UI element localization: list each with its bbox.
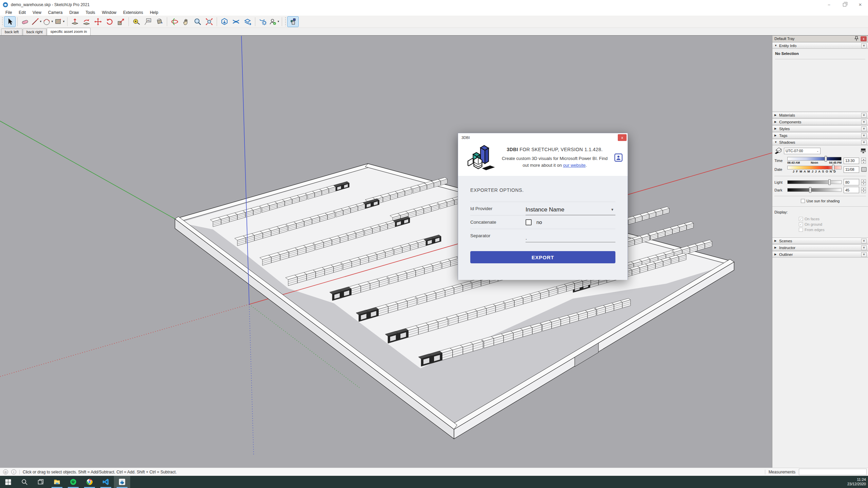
dropdown-arrow-icon[interactable]: ▼ xyxy=(62,20,65,23)
scene-tab-back-right[interactable]: back right xyxy=(23,28,46,35)
collapse-arrow-icon[interactable]: ▼ xyxy=(774,141,779,144)
trimble-publish-tool-icon[interactable] xyxy=(242,17,253,27)
taskbar-file-explorer-icon[interactable] xyxy=(49,476,65,488)
menu-window[interactable]: Window xyxy=(99,9,120,16)
taskbar-task-view-icon[interactable] xyxy=(33,476,49,488)
taskbar-spotify-icon[interactable] xyxy=(65,476,81,488)
expand-arrow-icon[interactable]: ▶ xyxy=(774,127,779,130)
panel-materials[interactable]: ▶Materials✕ xyxy=(772,112,868,118)
trimble-model-tool-icon[interactable] xyxy=(219,17,230,27)
panel-close-icon[interactable]: ✕ xyxy=(861,245,867,250)
panel-styles[interactable]: ▶Styles✕ xyxy=(772,125,868,132)
dark-value-input[interactable]: 45 xyxy=(844,187,859,193)
collapse-arrow-icon[interactable]: ▼ xyxy=(774,44,779,47)
shape-tool-icon[interactable]: ▼ xyxy=(54,17,65,27)
dark-slider[interactable] xyxy=(787,188,842,192)
panel-close-icon[interactable]: ✕ xyxy=(861,133,867,138)
expand-arrow-icon[interactable]: ▶ xyxy=(774,134,779,137)
concatenate-checkbox[interactable] xyxy=(526,219,532,225)
menu-view[interactable]: View xyxy=(29,9,45,16)
calendar-icon[interactable] xyxy=(861,167,867,172)
date-slider[interactable] xyxy=(787,166,842,169)
panel-instructor[interactable]: ▶Instructor✕ xyxy=(772,244,868,251)
arc-tool-icon[interactable]: ▼ xyxy=(43,17,54,27)
id-provider-select[interactable]: Instance Name ▼ xyxy=(526,204,615,215)
model-viewport[interactable] xyxy=(0,35,772,468)
zoom-tool-icon[interactable] xyxy=(192,17,203,27)
info-icon[interactable]: i xyxy=(11,469,16,474)
panel-close-icon[interactable]: ✕ xyxy=(861,113,867,118)
restore-button[interactable] xyxy=(837,0,852,9)
panel-close-icon[interactable]: ✕ xyxy=(861,126,867,131)
menu-edit[interactable]: Edit xyxy=(15,9,29,16)
follow-me-tool-icon[interactable] xyxy=(81,17,92,27)
pin-icon[interactable] xyxy=(854,36,859,41)
account-badge-icon[interactable] xyxy=(614,153,623,162)
shadow-details-icon[interactable] xyxy=(861,148,866,154)
dialog-close-button[interactable]: x xyxy=(618,134,627,141)
taskbar-clock[interactable]: 11:24 23/12/2020 xyxy=(847,476,866,488)
paint-bucket-tool-icon[interactable] xyxy=(154,17,165,27)
menu-file[interactable]: File xyxy=(2,9,15,16)
menu-draw[interactable]: Draw xyxy=(66,9,82,16)
text-tool-icon[interactable]: A1 xyxy=(142,17,153,27)
separator-input[interactable]: . xyxy=(526,233,615,242)
taskbar-chrome-icon[interactable] xyxy=(81,476,98,488)
light-value-input[interactable]: 80 xyxy=(844,179,859,185)
time-spinner[interactable]: ▲▼ xyxy=(861,158,866,164)
menu-help[interactable]: Help xyxy=(146,9,162,16)
panel-close-icon[interactable]: ✕ xyxy=(861,239,867,243)
panel-components[interactable]: ▶Components✕ xyxy=(772,119,868,125)
push-pull-tool-icon[interactable] xyxy=(70,17,80,27)
panel-close-icon[interactable]: ✕ xyxy=(861,140,867,145)
toggle-shadows-icon[interactable] xyxy=(774,147,783,154)
dropdown-arrow-icon[interactable]: ▼ xyxy=(39,20,42,23)
menu-camera[interactable]: Camera xyxy=(45,9,66,16)
toolbar-grip[interactable] xyxy=(1,17,3,26)
geolocation-icon[interactable]: ◎ xyxy=(3,469,8,474)
panel-entity-info[interactable]: ▼ Entity Info ✕ xyxy=(772,42,868,49)
minimize-button[interactable]: – xyxy=(821,0,837,9)
website-link[interactable]: our website xyxy=(563,163,586,168)
tray-close-button[interactable]: x xyxy=(861,36,867,41)
menu-tools[interactable]: Tools xyxy=(82,9,99,16)
expand-arrow-icon[interactable]: ▶ xyxy=(774,253,779,256)
orbit-tool-icon[interactable] xyxy=(169,17,180,27)
measurements-input[interactable] xyxy=(799,469,867,475)
panel-outliner[interactable]: ▶Outliner✕ xyxy=(772,251,868,258)
menu-extensions[interactable]: Extensions xyxy=(120,9,146,16)
scale-tool-icon[interactable] xyxy=(116,17,126,27)
component-exchange-tool-icon[interactable] xyxy=(257,17,268,27)
panel-scenes[interactable]: ▶Scenes✕ xyxy=(772,238,868,244)
taskbar-vscode-icon[interactable] xyxy=(98,476,114,488)
select-tool-icon[interactable] xyxy=(4,17,15,27)
toolbar-grip[interactable] xyxy=(284,17,287,26)
move-tool-icon[interactable] xyxy=(93,17,103,27)
panel-close-icon[interactable]: ✕ xyxy=(861,43,867,48)
expand-arrow-icon[interactable]: ▶ xyxy=(774,120,779,123)
scene-tab-back-left[interactable]: back left xyxy=(1,28,22,35)
panel-tags[interactable]: ▶Tags✕ xyxy=(772,132,868,139)
date-value-input[interactable]: 11/08 xyxy=(844,166,859,173)
pan-tool-icon[interactable] xyxy=(181,17,192,27)
scene-tab-specific-asset-zoom-in[interactable]: specific asset zoom in xyxy=(47,28,91,35)
taskbar-sketchup-icon[interactable] xyxy=(114,476,130,488)
checkbox[interactable] xyxy=(799,228,803,232)
dark-spinner[interactable]: ▲▼ xyxy=(861,187,866,193)
checkbox[interactable]: ✓ xyxy=(799,222,803,226)
panel-shadows[interactable]: ▼Shadows✕ xyxy=(772,139,868,145)
taskbar-start-icon[interactable] xyxy=(0,476,16,488)
trimble-sync-tool-icon[interactable] xyxy=(231,17,241,27)
tape-measure-tool-icon[interactable] xyxy=(131,17,142,27)
expand-arrow-icon[interactable]: ▶ xyxy=(774,239,779,242)
eraser-tool-icon[interactable] xyxy=(20,17,31,27)
use-sun-checkbox[interactable] xyxy=(801,199,805,203)
dropdown-arrow-icon[interactable]: ▼ xyxy=(51,20,54,23)
panel-close-icon[interactable]: ✕ xyxy=(861,120,867,124)
zoom-extents-tool-icon[interactable] xyxy=(204,17,215,27)
time-slider[interactable] xyxy=(787,157,842,161)
expand-arrow-icon[interactable]: ▶ xyxy=(774,114,779,117)
dialog-title-bar[interactable]: 3DBI x xyxy=(458,133,628,142)
timezone-select[interactable]: UTC-07:00⌄ xyxy=(784,148,821,154)
checkbox[interactable]: ✓ xyxy=(799,217,803,221)
